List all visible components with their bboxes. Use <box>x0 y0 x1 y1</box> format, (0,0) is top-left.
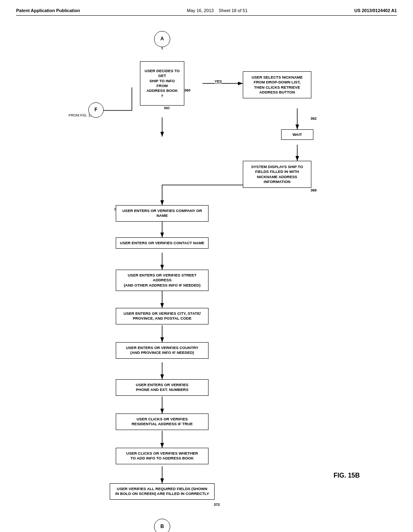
page: Patent Application Publication May 16, 2… <box>0 0 413 532</box>
node-verify-label: USER VERIFIES ALL REQUIRED FIELDS (SHOWN… <box>115 486 209 497</box>
fig-label: FIG. 15B <box>334 472 360 479</box>
node-city-label: USER ENTERS OR VERIFIES CITY, STATE/PROV… <box>123 311 200 321</box>
node-nickname-select: USER SELECTS NICKNAMEFROM DROP-DOWN LIST… <box>243 71 311 98</box>
header-left: Patent Application Publication <box>16 8 80 13</box>
node-wait: WAIT <box>281 129 313 140</box>
fig-label-text: FIG. 15B <box>334 472 360 479</box>
label-362: 362 <box>311 116 317 121</box>
label-360: 360 <box>184 88 190 92</box>
node-contact-label: USER ENTERS OR VERIFIES CONTACT NAME <box>120 241 204 245</box>
node-street: USER ENTERS OR VERIFIES STREET ADDRESS(A… <box>116 270 209 291</box>
node-b: B <box>154 519 170 532</box>
header-patent-number: US 2013/0124402 A1 <box>355 8 397 13</box>
node-a-label: A <box>161 36 164 42</box>
node-nickname-select-label: USER SELECTS NICKNAMEFROM DROP-DOWN LIST… <box>252 75 303 95</box>
node-city: USER ENTERS OR VERIFIES CITY, STATE/PROV… <box>116 308 209 324</box>
node-phone: USER ENTERS OR VERIFIESPHONE AND EXT. NU… <box>116 379 209 396</box>
node-a: A <box>154 31 170 47</box>
node-diamond: USER DECIDES TO GETSHIP TO INFO FROMADDR… <box>128 49 196 118</box>
node-company-label: USER ENTERS OR VERIFIES COMPANY OR NAME <box>119 208 205 218</box>
header-sheet: Sheet 18 of 51 <box>219 8 248 13</box>
node-country-label: USER ENTERS OR VERIFIES COUNTRY(AND PROV… <box>126 345 198 355</box>
flowchart: A USER DECIDES TO GETSHIP TO INFO FROMAD… <box>45 24 368 487</box>
node-f: F <box>88 102 104 118</box>
header-right: US 2013/0124402 A1 <box>355 8 397 13</box>
node-country: USER ENTERS OR VERIFIES COUNTRY(AND PROV… <box>116 342 209 359</box>
node-residential-label: USER CLICKS OR VERIFIESRESIDENTIAL ADDRE… <box>131 417 193 427</box>
label-no: NO <box>164 106 170 110</box>
node-b-label: B <box>161 524 164 530</box>
node-addinfo-label: USER CLICKS OR VERIFIES WHETHERTO ADD IN… <box>126 451 198 461</box>
node-system-displays: SYSTEM DISPLAYS SHIP TOFIELDS FILLED IN … <box>243 161 311 188</box>
node-f-label: F <box>94 107 97 113</box>
node-street-label: USER ENTERS OR VERIFIES STREET ADDRESS(A… <box>119 273 205 288</box>
node-system-displays-label: SYSTEM DISPLAYS SHIP TOFIELDS FILLED IN … <box>251 164 303 184</box>
header: Patent Application Publication May 16, 2… <box>16 8 397 16</box>
node-contact: USER ENTERS OR VERIFIES CONTACT NAME <box>116 237 209 249</box>
header-publication-label: Patent Application Publication <box>16 8 80 13</box>
label-372: 372 <box>214 503 220 507</box>
label-368: 368 <box>311 188 317 192</box>
node-residential: USER CLICKS OR VERIFIESRESIDENTIAL ADDRE… <box>116 414 209 430</box>
node-diamond-label: USER DECIDES TO GETSHIP TO INFO FROMADDR… <box>144 69 181 98</box>
header-center: May 16, 2013 Sheet 18 of 51 <box>187 8 247 13</box>
header-date: May 16, 2013 <box>187 8 214 13</box>
node-verify: USER VERIFIES ALL REQUIRED FIELDS (SHOWN… <box>110 483 215 500</box>
node-phone-label: USER ENTERS OR VERIFIESPHONE AND EXT. NU… <box>136 382 188 393</box>
node-company: USER ENTERS OR VERIFIES COMPANY OR NAME <box>116 205 209 222</box>
node-wait-label: WAIT <box>292 132 302 137</box>
label-yes: YES <box>215 79 222 83</box>
node-addinfo: USER CLICKS OR VERIFIES WHETHERTO ADD IN… <box>116 448 209 464</box>
